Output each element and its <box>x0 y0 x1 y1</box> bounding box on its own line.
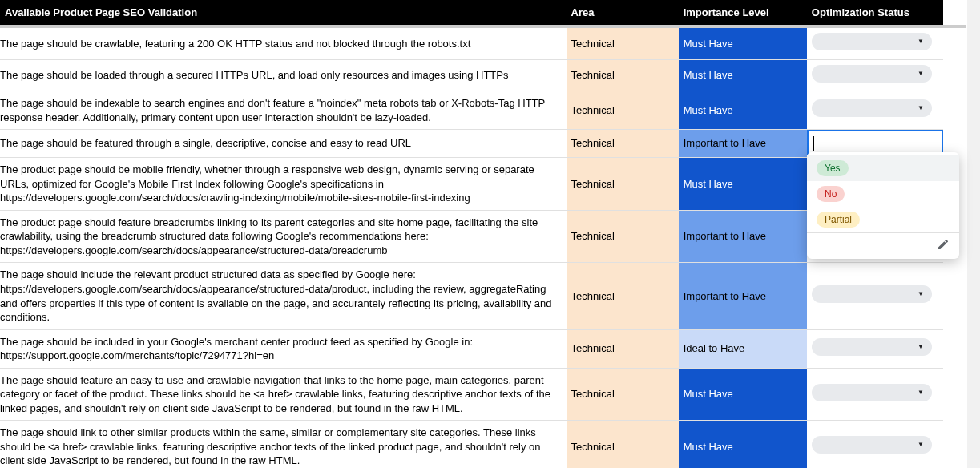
header-importance[interactable]: Importance Level <box>679 0 807 25</box>
validation-cell[interactable]: The product page should feature breadcru… <box>0 210 567 263</box>
area-cell[interactable]: Technical <box>567 158 679 211</box>
table-row[interactable]: The page should be included in your Goog… <box>0 329 943 368</box>
tag-partial: Partial <box>817 212 860 228</box>
importance-cell[interactable]: Must Have <box>679 59 807 91</box>
status-cell[interactable] <box>807 329 943 368</box>
table-row[interactable]: The product page should feature breadcru… <box>0 210 943 263</box>
header-validation[interactable]: Available Product Page SEO Validation <box>0 0 567 25</box>
importance-cell[interactable]: Important to Have <box>679 263 807 329</box>
dropdown-option-partial[interactable]: Partial <box>807 207 959 232</box>
validation-cell[interactable]: The page should link to other similar pr… <box>0 421 567 468</box>
table-header-row: Available Product Page SEO Validation Ar… <box>0 0 943 25</box>
table-row[interactable]: The page should be featured through a si… <box>0 130 943 158</box>
header-area[interactable]: Area <box>567 0 679 25</box>
pencil-icon[interactable] <box>937 238 950 251</box>
table-row[interactable]: The page should be loaded through a secu… <box>0 59 943 91</box>
validation-cell[interactable]: The product page should be mobile friend… <box>0 158 567 211</box>
validation-cell[interactable]: The page should include the relevant pro… <box>0 263 567 329</box>
status-select-pill[interactable] <box>812 436 932 454</box>
status-select-pill[interactable] <box>812 65 932 83</box>
table-row[interactable]: The page should feature an easy to use a… <box>0 368 943 421</box>
table-row[interactable]: The page should be indexable to search e… <box>0 91 943 130</box>
status-select-pill[interactable] <box>812 384 932 401</box>
validation-cell[interactable]: The page should feature an easy to use a… <box>0 368 567 421</box>
vertical-scrollbar[interactable] <box>967 0 980 468</box>
status-cell[interactable] <box>807 263 943 329</box>
tag-no: No <box>817 186 845 202</box>
status-select-pill[interactable] <box>812 285 932 303</box>
area-cell[interactable]: Technical <box>567 368 679 421</box>
validation-cell[interactable]: The page should be loaded through a secu… <box>0 59 567 91</box>
area-cell[interactable]: Technical <box>567 263 679 329</box>
status-select-pill[interactable] <box>812 99 932 117</box>
importance-cell[interactable]: Must Have <box>679 28 807 59</box>
importance-cell[interactable]: Important to Have <box>679 130 807 158</box>
validation-cell[interactable]: The page should be featured through a si… <box>0 130 567 158</box>
table-row[interactable]: The page should link to other similar pr… <box>0 421 943 468</box>
status-select-pill[interactable] <box>812 338 932 356</box>
validation-cell[interactable]: The page should be included in your Goog… <box>0 329 567 368</box>
importance-cell[interactable]: Important to Have <box>679 210 807 263</box>
status-cell[interactable] <box>807 28 943 59</box>
importance-cell[interactable]: Must Have <box>679 158 807 211</box>
seo-validation-table: Available Product Page SEO Validation Ar… <box>0 0 943 25</box>
importance-cell[interactable]: Must Have <box>679 368 807 421</box>
status-cell[interactable] <box>807 59 943 91</box>
area-cell[interactable]: Technical <box>567 91 679 130</box>
area-cell[interactable]: Technical <box>567 210 679 263</box>
dropdown-option-no[interactable]: No <box>807 181 959 207</box>
header-status[interactable]: Optimization Status <box>807 0 943 25</box>
area-cell[interactable]: Technical <box>567 130 679 158</box>
status-cell[interactable] <box>807 91 943 130</box>
validation-cell[interactable]: The page should be indexable to search e… <box>0 91 567 130</box>
status-select-pill[interactable] <box>812 33 932 50</box>
dropdown-footer <box>807 232 959 256</box>
area-cell[interactable]: Technical <box>567 329 679 368</box>
area-cell[interactable]: Technical <box>567 59 679 91</box>
importance-cell[interactable]: Must Have <box>679 421 807 468</box>
dropdown-option-yes[interactable]: Yes <box>807 155 959 181</box>
importance-cell[interactable]: Ideal to Have <box>679 329 807 368</box>
status-cell[interactable] <box>807 368 943 421</box>
table-row[interactable]: The page should be crawlable, featuring … <box>0 28 943 59</box>
table-row[interactable]: The product page should be mobile friend… <box>0 158 943 211</box>
table-row[interactable]: The page should include the relevant pro… <box>0 263 943 329</box>
seo-validation-table-body: The page should be crawlable, featuring … <box>0 28 943 468</box>
status-dropdown[interactable]: Yes No Partial <box>807 152 959 259</box>
text-cursor <box>813 136 814 151</box>
tag-yes: Yes <box>817 160 849 176</box>
area-cell[interactable]: Technical <box>567 28 679 59</box>
validation-cell[interactable]: The page should be crawlable, featuring … <box>0 28 567 59</box>
importance-cell[interactable]: Must Have <box>679 91 807 130</box>
area-cell[interactable]: Technical <box>567 421 679 468</box>
status-cell[interactable] <box>807 421 943 468</box>
